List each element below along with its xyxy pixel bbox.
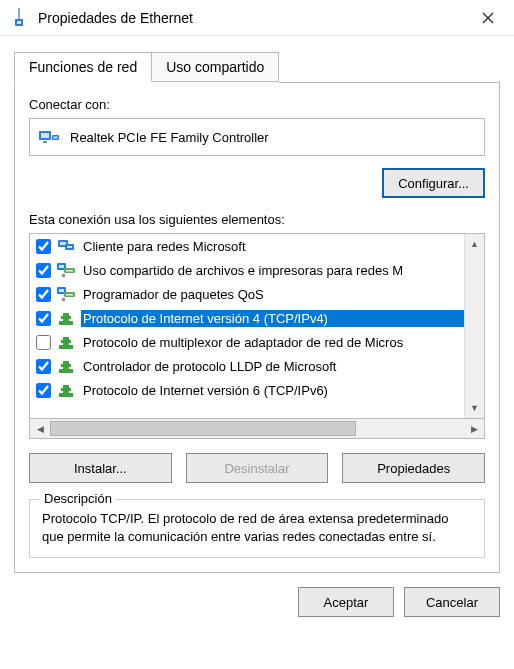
list-item[interactable]: Protocolo de multiplexor de adaptador de…: [30, 330, 464, 354]
close-button[interactable]: [468, 3, 508, 33]
horizontal-scrollbar[interactable]: ◀ ▶: [29, 419, 485, 439]
svg-rect-23: [62, 298, 65, 301]
svg-rect-6: [41, 133, 49, 138]
connect-using-label: Conectar con:: [29, 97, 485, 112]
cancel-button[interactable]: Cancelar: [404, 587, 500, 617]
service-icon: [57, 261, 75, 279]
svg-rect-20: [59, 289, 64, 292]
item-checkbox[interactable]: [36, 335, 51, 350]
items-label: Esta conexión usa los siguientes element…: [29, 212, 485, 227]
svg-rect-1: [17, 21, 21, 24]
description-text: Protocolo TCP/IP. El protocolo de red de…: [42, 510, 472, 545]
svg-rect-30: [59, 369, 73, 373]
list-item[interactable]: Uso compartido de archivos e impresoras …: [30, 258, 464, 282]
item-label: Protocolo de Internet versión 4 (TCP/IPv…: [81, 310, 464, 327]
protocol-icon: [57, 357, 75, 375]
scroll-down-icon[interactable]: ▼: [465, 398, 484, 418]
svg-rect-24: [59, 321, 73, 325]
svg-rect-11: [60, 242, 66, 245]
tab-networking[interactable]: Funciones de red: [14, 52, 152, 82]
adapter-field: Realtek PCIe FE Family Controller: [29, 118, 485, 156]
svg-rect-22: [66, 294, 73, 296]
svg-rect-15: [59, 265, 64, 268]
protocol-icon: [57, 333, 75, 351]
item-label: Protocolo de Internet versión 6 (TCP/IPv…: [81, 382, 464, 399]
list-item[interactable]: Programador de paquetes QoS: [30, 282, 464, 306]
list-item[interactable]: Protocolo de Internet versión 4 (TCP/IPv…: [30, 306, 464, 330]
ok-button[interactable]: Aceptar: [298, 587, 394, 617]
window-title: Propiedades de Ethernet: [38, 10, 468, 26]
svg-rect-18: [62, 274, 65, 277]
ethernet-icon: [10, 7, 28, 29]
list-item[interactable]: Protocolo de Internet versión 6 (TCP/IPv…: [30, 378, 464, 402]
title-bar: Propiedades de Ethernet: [0, 0, 514, 36]
properties-button[interactable]: Propiedades: [342, 453, 485, 483]
item-checkbox[interactable]: [36, 383, 51, 398]
svg-rect-17: [66, 270, 73, 272]
network-adapter-icon: [38, 127, 60, 147]
description-group: Descripción Protocolo TCP/IP. El protoco…: [29, 499, 485, 558]
tabs: Funciones de red Uso compartido: [14, 52, 500, 82]
item-checkbox[interactable]: [36, 287, 51, 302]
svg-rect-7: [43, 141, 47, 143]
components-listbox[interactable]: Cliente para redes MicrosoftUso comparti…: [29, 233, 485, 419]
service-icon: [57, 285, 75, 303]
uninstall-button: Desinstalar: [186, 453, 329, 483]
protocol-icon: [57, 381, 75, 399]
svg-rect-35: [61, 388, 71, 391]
list-item[interactable]: Cliente para redes Microsoft: [30, 234, 464, 258]
protocol-icon: [57, 309, 75, 327]
description-legend: Descripción: [40, 491, 116, 506]
scroll-up-icon[interactable]: ▲: [465, 234, 484, 254]
item-checkbox[interactable]: [36, 359, 51, 374]
scroll-left-icon[interactable]: ◀: [30, 419, 50, 438]
svg-rect-33: [59, 393, 73, 397]
item-label: Uso compartido de archivos e impresoras …: [81, 262, 464, 279]
configure-button[interactable]: Configurar...: [382, 168, 485, 198]
item-label: Controlador de protocolo LLDP de Microso…: [81, 358, 464, 375]
client-icon: [57, 237, 75, 255]
item-checkbox[interactable]: [36, 311, 51, 326]
vertical-scrollbar[interactable]: ▲ ▼: [464, 234, 484, 418]
svg-rect-32: [61, 364, 71, 367]
scroll-thumb[interactable]: [50, 421, 356, 436]
tab-sharing[interactable]: Uso compartido: [151, 52, 279, 82]
item-checkbox[interactable]: [36, 239, 51, 254]
svg-rect-29: [61, 340, 71, 343]
item-label: Cliente para redes Microsoft: [81, 238, 464, 255]
list-item[interactable]: Controlador de protocolo LLDP de Microso…: [30, 354, 464, 378]
item-label: Protocolo de multiplexor de adaptador de…: [81, 334, 464, 351]
adapter-name: Realtek PCIe FE Family Controller: [70, 130, 269, 145]
scroll-right-icon[interactable]: ▶: [464, 419, 484, 438]
svg-rect-26: [61, 316, 71, 319]
svg-rect-27: [59, 345, 73, 349]
install-button[interactable]: Instalar...: [29, 453, 172, 483]
item-label: Programador de paquetes QoS: [81, 286, 464, 303]
svg-rect-9: [54, 137, 58, 139]
svg-rect-13: [67, 246, 72, 248]
item-checkbox[interactable]: [36, 263, 51, 278]
